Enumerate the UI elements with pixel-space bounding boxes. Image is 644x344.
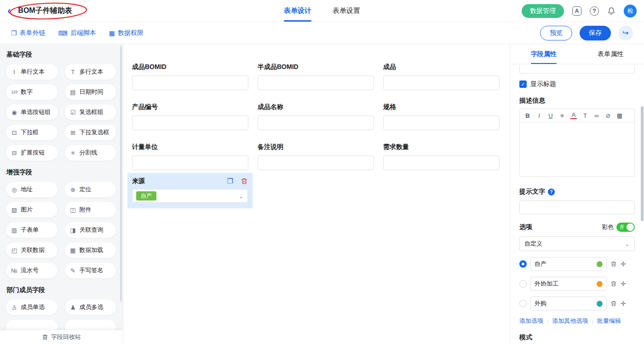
batch-edit-link[interactable]: 批量编辑 bbox=[597, 317, 621, 325]
field-input[interactable] bbox=[258, 115, 374, 130]
font-color-icon[interactable]: A bbox=[570, 112, 577, 119]
field-input[interactable] bbox=[383, 155, 500, 170]
delete-option-icon[interactable] bbox=[610, 300, 617, 307]
field-input[interactable] bbox=[383, 75, 500, 90]
option-color-dot[interactable] bbox=[597, 301, 603, 307]
option-name-input[interactable]: 外协加工 bbox=[530, 277, 607, 291]
avatar[interactable]: 检 bbox=[624, 5, 637, 17]
field-type-radio-group[interactable]: ◉单选按钮组 bbox=[6, 104, 58, 120]
option-color-dot[interactable] bbox=[597, 281, 603, 287]
delete-option-icon[interactable] bbox=[610, 261, 617, 267]
align-icon[interactable]: ≡ bbox=[559, 113, 565, 119]
panel-tabs: 字段属性 表单属性 bbox=[510, 44, 644, 64]
field-type-lookup-query[interactable]: ◨关联查询 bbox=[64, 222, 117, 238]
field-type-extend-button[interactable]: ⊟扩展按钮 bbox=[6, 144, 58, 161]
add-other-option-link[interactable]: 添加其他选项 bbox=[552, 317, 588, 325]
option-type-select[interactable]: 自定义 ⌄ bbox=[519, 236, 635, 251]
show-title-checkbox[interactable]: ✓ bbox=[519, 80, 527, 88]
field-type-address[interactable]: ◎地址 bbox=[6, 181, 58, 198]
underline-icon[interactable]: U bbox=[547, 113, 554, 119]
insert-image-icon[interactable]: ▦ bbox=[616, 113, 623, 119]
form-field[interactable]: 半成品BOMID bbox=[258, 63, 374, 90]
tab-form-properties[interactable]: 表单属性 bbox=[577, 44, 644, 64]
field-type-single-line-text[interactable]: I单行文本 bbox=[6, 63, 58, 80]
drag-option-icon[interactable]: ✛ bbox=[621, 300, 626, 307]
sidebar-scrollbar[interactable] bbox=[120, 46, 122, 302]
delete-field-icon[interactable] bbox=[241, 178, 248, 185]
hint-text-input[interactable] bbox=[519, 201, 635, 214]
hint-help-icon[interactable]: ? bbox=[548, 189, 555, 195]
field-input[interactable] bbox=[258, 155, 374, 170]
delete-option-icon[interactable] bbox=[610, 281, 617, 287]
field-type-member-single[interactable]: ♙成员单选 bbox=[6, 299, 58, 315]
form-field[interactable]: 成品名称 bbox=[258, 103, 374, 130]
save-button[interactable]: 保存 bbox=[580, 26, 611, 40]
form-field[interactable]: 备注说明 bbox=[258, 143, 374, 170]
field-type-serial-number[interactable]: №流水号 bbox=[6, 262, 58, 279]
option-default-radio[interactable] bbox=[519, 280, 527, 287]
color-toggle[interactable]: 开 bbox=[616, 223, 635, 232]
backend-script-link[interactable]: ⌨ 后端脚本 bbox=[58, 29, 96, 37]
option-color-dot[interactable] bbox=[597, 261, 603, 267]
preview-button[interactable]: 预览 bbox=[540, 26, 572, 40]
option-name-input[interactable]: 自产 bbox=[530, 257, 607, 271]
field-type-data-load[interactable]: ▦数据加载 bbox=[64, 242, 117, 258]
field-type-linked-data[interactable]: ◰关联数据 bbox=[6, 242, 58, 258]
link-icon[interactable]: ∞ bbox=[593, 113, 600, 119]
tab-field-properties[interactable]: 字段属性 bbox=[510, 44, 577, 64]
field-type-subform[interactable]: ▥子表单 bbox=[6, 222, 58, 238]
share-button[interactable]: ↪ bbox=[618, 26, 633, 40]
form-canvas[interactable]: 成品BOMID 半成品BOMID 成品 产品编号 成品名称 规格 计量单位 备注… bbox=[123, 44, 510, 344]
translate-icon[interactable]: A bbox=[572, 6, 581, 16]
tab-form-design[interactable]: 表单设计 bbox=[284, 0, 311, 22]
option-default-radio[interactable] bbox=[519, 300, 527, 307]
tab-form-settings[interactable]: 表单设置 bbox=[333, 0, 360, 22]
field-type-divider[interactable]: ≡分割线 bbox=[64, 144, 117, 161]
description-textarea[interactable] bbox=[519, 122, 635, 177]
copy-field-icon[interactable]: ❐ bbox=[227, 177, 233, 185]
field-type-signature[interactable]: ✎手写签名 bbox=[64, 262, 117, 279]
field-type-checkbox-group[interactable]: ☑复选框组 bbox=[64, 104, 117, 120]
field-type-image[interactable]: ▧图片 bbox=[6, 201, 58, 218]
field-type-member-multi[interactable]: ♟成员多选 bbox=[64, 299, 117, 315]
data-permission-link[interactable]: ▦ 数据权限 bbox=[109, 29, 144, 37]
back-button[interactable]: ‹ bbox=[7, 6, 11, 16]
field-input[interactable] bbox=[132, 115, 248, 130]
form-field[interactable]: 产品编号 bbox=[132, 103, 248, 130]
option-default-radio[interactable] bbox=[519, 260, 527, 268]
notification-bell-icon[interactable] bbox=[607, 7, 615, 15]
field-type-datetime[interactable]: ▤日期时间 bbox=[64, 84, 117, 100]
form-external-link[interactable]: ❐ 表单外链 bbox=[11, 29, 46, 37]
drag-option-icon[interactable]: ✛ bbox=[621, 280, 626, 287]
field-type-dropdown[interactable]: ⊡下拉框 bbox=[6, 124, 58, 141]
drag-option-icon[interactable]: ✛ bbox=[621, 260, 626, 268]
field-type-multi-line-text[interactable]: T多行文本 bbox=[64, 63, 117, 80]
field-input[interactable] bbox=[132, 155, 248, 170]
field-recycle-bin[interactable]: 字段回收站 bbox=[0, 330, 123, 344]
data-manage-button[interactable]: 数据管理 bbox=[522, 4, 564, 18]
form-field[interactable]: 需求数量 bbox=[383, 143, 500, 170]
field-input[interactable] bbox=[258, 75, 374, 90]
field-type-location[interactable]: ⊕定位 bbox=[64, 181, 117, 198]
field-type-number[interactable]: 123数字 bbox=[6, 84, 58, 100]
bold-icon[interactable]: B bbox=[524, 113, 531, 119]
field-input[interactable] bbox=[132, 75, 248, 90]
help-icon[interactable]: ? bbox=[590, 6, 599, 16]
form-field[interactable]: 成品BOMID bbox=[132, 63, 248, 90]
field-type-attachment[interactable]: ◫附件 bbox=[64, 201, 117, 218]
form-field[interactable]: 成品 bbox=[383, 63, 500, 90]
selected-field-source[interactable]: 来源 ❐ 自产 ⌄ bbox=[127, 173, 253, 208]
source-select[interactable]: 自产 ⌄ bbox=[132, 189, 248, 203]
add-option-link[interactable]: 添加选项 bbox=[519, 317, 543, 325]
field-type-dropdown-multi[interactable]: ⊞下拉复选框 bbox=[64, 124, 117, 141]
show-title-label: 显示标题 bbox=[530, 80, 556, 88]
option-name-input[interactable]: 外购 bbox=[530, 297, 607, 310]
field-input[interactable] bbox=[383, 115, 500, 130]
italic-icon[interactable]: I bbox=[536, 113, 542, 119]
font-size-icon[interactable]: T bbox=[582, 113, 588, 119]
form-field[interactable]: 规格 bbox=[383, 103, 500, 130]
unlink-icon[interactable]: ⊘ bbox=[605, 113, 611, 119]
panel-scrollbar[interactable] bbox=[641, 106, 644, 221]
form-field[interactable]: 计量单位 bbox=[132, 143, 248, 170]
field-title-input-clipped[interactable] bbox=[519, 65, 635, 74]
